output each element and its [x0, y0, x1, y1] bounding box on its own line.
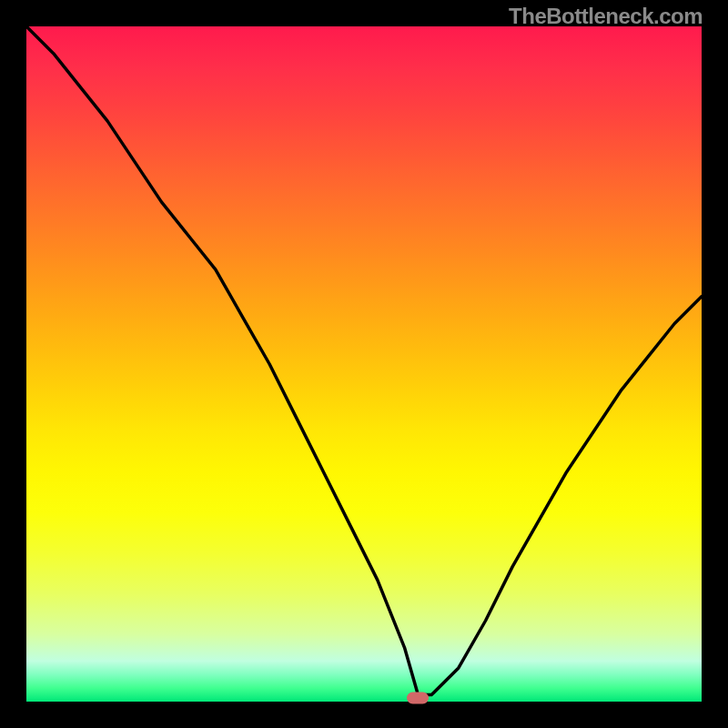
bottleneck-curve [26, 26, 702, 702]
attribution-label: TheBottleneck.com [509, 4, 703, 29]
plot-area [26, 26, 702, 702]
chart-container: TheBottleneck.com [0, 0, 728, 728]
optimal-marker [407, 693, 429, 704]
